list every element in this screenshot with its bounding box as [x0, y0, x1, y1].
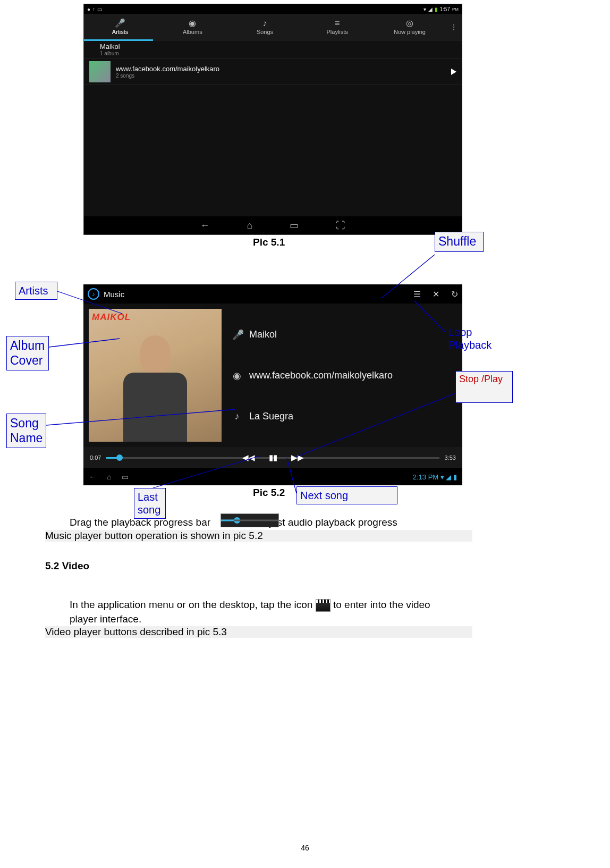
video-text-line2: player interface.: [70, 613, 141, 625]
track-metadata: 🎤 Maikol ◉ www.facebook.com/maikolyelkar…: [227, 304, 462, 447]
elapsed-time: 0:07: [90, 454, 101, 461]
album-row: ◉ www.facebook.com/maikolyelkaro: [232, 370, 457, 382]
screenshot-icon[interactable]: ⛶: [336, 220, 345, 231]
tab-playlists[interactable]: ≡ Playlists: [301, 19, 374, 35]
drag-playback-text: Drag the playback progress bar to adjust…: [70, 517, 479, 528]
artist-row: 🎤 Maikol: [232, 329, 457, 341]
callout-shuffle: Shuffle: [435, 232, 484, 252]
song-row: ♪ La Suegra: [232, 411, 457, 422]
recent-icon[interactable]: ▭: [122, 473, 129, 481]
artist-sub: 1 album: [100, 50, 120, 56]
system-clock: 2:13 PM ▾ ◢ ▮: [413, 473, 457, 481]
status-bar: ● ↑ ▭ ▾ ◢ ▮ 1:57 PM: [84, 4, 462, 14]
previous-icon[interactable]: ◀◀: [242, 453, 255, 462]
disc-play-icon: ◎: [406, 19, 413, 28]
tab-label: Now playing: [394, 29, 426, 35]
screenshot-pic-5-1: ● ↑ ▭ ▾ ◢ ▮ 1:57 PM 🎤 Artists ◉ Albums ♪…: [83, 4, 462, 235]
system-nav-bar: ← ⌂ ▭ 2:13 PM ▾ ◢ ▮: [83, 468, 462, 485]
progress-thumb[interactable]: [116, 454, 123, 461]
disc-icon: ◉: [189, 19, 196, 28]
album-thumbnail: [89, 61, 111, 82]
tab-artists[interactable]: 🎤 Artists: [84, 19, 156, 35]
back-icon[interactable]: ←: [200, 220, 210, 231]
caption-pic-5-2: Pic 5.2: [253, 487, 285, 499]
section-5-2-video: 5.2 Video: [45, 560, 89, 572]
album-cover[interactable]: MAIKOL: [89, 309, 222, 442]
video-button-note: Video player buttons described in pic 5.…: [45, 626, 472, 638]
note-icon: ♪: [263, 19, 267, 28]
callout-stop-play: Stop /Play: [455, 371, 513, 403]
signal-icon: ◢: [428, 6, 433, 12]
status-time: 1:57: [440, 6, 450, 12]
play-icon[interactable]: [451, 69, 456, 75]
note-icon: ♪: [232, 411, 242, 422]
duration-time: 3:53: [445, 454, 456, 461]
artist-title: Maikol: [100, 43, 120, 50]
home-icon[interactable]: ⌂: [247, 220, 253, 231]
home-icon[interactable]: ⌂: [107, 473, 111, 481]
status-dot-icon: ●: [87, 6, 90, 12]
callout-song-name: SongName: [6, 414, 46, 448]
shuffle-icon[interactable]: ✕: [433, 289, 439, 299]
music-body: MAIKOL 🎤 Maikol ◉ www.facebook.com/maiko…: [83, 304, 462, 447]
album-sub: 2 songs: [116, 73, 219, 79]
tab-label: Songs: [257, 29, 273, 35]
album-title: www.facebook.com/maikolyelkaro: [116, 65, 219, 73]
callout-artists: Artists: [15, 282, 57, 300]
next-icon[interactable]: ▶▶: [291, 453, 304, 462]
callout-last-song: Lastsong: [134, 488, 166, 519]
music-app-icon: ♪: [88, 288, 99, 300]
active-tab-indicator: [84, 39, 153, 41]
playback-controls: 0:07 3:53 ◀◀ ▮▮ ▶▶: [83, 447, 462, 468]
tab-label: Albums: [183, 29, 202, 35]
album-cover-artist-text: MAIKOL: [92, 312, 131, 323]
mic-icon: 🎤: [115, 19, 125, 28]
wifi-icon: ▾: [423, 6, 426, 12]
battery-icon: ▮: [435, 6, 438, 12]
loop-icon[interactable]: ↻: [451, 289, 458, 299]
system-nav-bar: ← ⌂ ▭ ⛶: [84, 216, 462, 234]
overflow-menu-icon[interactable]: ⋮: [446, 23, 462, 31]
tab-songs[interactable]: ♪ Songs: [228, 19, 301, 35]
back-icon[interactable]: ←: [89, 473, 96, 481]
tab-now-playing[interactable]: ◎ Now playing: [374, 19, 446, 35]
song-name: La Suegra: [249, 411, 293, 422]
list-icon: ≡: [335, 19, 340, 28]
music-app-header: ♪ Music ☰ ✕ ↻: [83, 284, 462, 304]
artist-row[interactable]: Maikol 1 album: [84, 40, 462, 59]
disc-icon: ◉: [232, 370, 242, 382]
queue-icon[interactable]: ☰: [413, 289, 421, 299]
video-app-icon: [316, 599, 331, 612]
music-tabs: 🎤 Artists ◉ Albums ♪ Songs ≡ Playlists ◎…: [84, 14, 462, 40]
artist-name: Maikol: [249, 329, 277, 340]
album-row[interactable]: www.facebook.com/maikolyelkaro 2 songs: [84, 59, 462, 85]
page-number: 46: [301, 844, 309, 852]
status-box-icon: ▭: [97, 6, 102, 12]
callout-next-song: Next song: [296, 486, 397, 504]
tab-label: Playlists: [327, 29, 348, 35]
callout-loop-playback: LoopPlayback: [445, 324, 498, 353]
pause-icon[interactable]: ▮▮: [269, 453, 277, 462]
tab-albums[interactable]: ◉ Albums: [156, 19, 228, 35]
music-app-title: Music: [104, 290, 124, 299]
callout-album-cover: AlbumCover: [6, 336, 49, 370]
music-button-note: Music player button operation is shown i…: [45, 530, 472, 542]
mic-icon: 🎤: [232, 329, 242, 341]
video-text-line1: In the application menu or on the deskto…: [70, 599, 479, 612]
recent-icon[interactable]: ▭: [290, 220, 299, 231]
tab-label: Artists: [112, 29, 129, 35]
status-upload-icon: ↑: [92, 6, 95, 12]
caption-pic-5-1: Pic 5.1: [253, 237, 285, 248]
album-name: www.facebook.com/maikolyelkaro: [249, 370, 393, 381]
screenshot-pic-5-2: ♪ Music ☰ ✕ ↻ MAIKOL 🎤 Maikol ◉ www.face…: [83, 284, 462, 485]
